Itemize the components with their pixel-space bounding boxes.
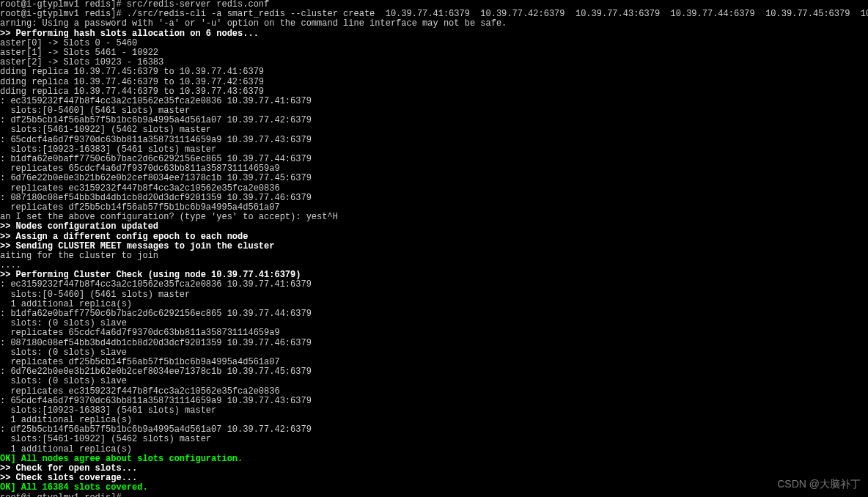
terminal-output[interactable]: root@i-gtyplmv1 redis]# src/redis-server…: [0, 0, 868, 497]
terminal-line: slots:[0-5460] (5461 slots) master: [0, 290, 868, 300]
watermark-text: CSDN @大脑补丁: [777, 479, 861, 490]
terminal-line: aiting for the cluster to join: [0, 251, 868, 261]
terminal-line: OK] All 16384 slots covered.: [0, 483, 868, 493]
terminal-line: : b1dfa62e0baff7750c6b7bac2d6c6292156ec8…: [0, 309, 868, 319]
terminal-line: : 087180c08ef54bb3bd4db1cb8d20d3dcf92013…: [0, 339, 868, 348]
terminal-line: aster[0] -> Slots 0 - 5460: [0, 39, 868, 48]
terminal-line: >> Assign a different config epoch to ea…: [0, 232, 868, 242]
terminal-line: : 087180c08ef54bb3bd4db1cb8d20d3dcf92013…: [0, 194, 868, 203]
terminal-line: : 65cdcf4a6d7f9370dc63bb811a358731114659…: [0, 397, 868, 406]
terminal-line: dding replica 10.39.77.44:6379 to 10.39.…: [0, 87, 868, 97]
terminal-line: >> Nodes configuration updated: [0, 222, 868, 232]
terminal-line: 1 additional replica(s): [0, 445, 868, 454]
terminal-line: >> Sending CLUSTER MEET messages to join…: [0, 242, 868, 251]
terminal-line: slots:[5461-10922] (5462 slots) master: [0, 435, 868, 444]
terminal-line: : ec3159232f447b8f4cc3a2c10562e35fca2e08…: [0, 280, 868, 290]
terminal-line: replicates 65cdcf4a6d7f9370dc63bb811a358…: [0, 328, 868, 338]
terminal-line: dding replica 10.39.77.45:6379 to 10.39.…: [0, 67, 868, 77]
terminal-line: : 65cdcf4a6d7f9370dc63bb811a358731114659…: [0, 136, 868, 145]
terminal-line: >> Performing hash slots allocation on 6…: [0, 29, 868, 39]
terminal-line: dding replica 10.39.77.46:6379 to 10.39.…: [0, 78, 868, 87]
terminal-line: replicates ec3159232f447b8f4cc3a2c10562e…: [0, 184, 868, 194]
terminal-line: replicates ec3159232f447b8f4cc3a2c10562e…: [0, 387, 868, 397]
terminal-line: slots:[5461-10922] (5462 slots) master: [0, 125, 868, 135]
terminal-line: root@i-gtyplmv1 redis]#: [0, 493, 868, 497]
terminal-line: slots: (0 slots) slave: [0, 377, 868, 386]
terminal-line: arning: Using a password with '-a' or '-…: [0, 19, 868, 29]
terminal-line: : 6d76e22b0e0e3b21b62e0b2cef8034ee71378c…: [0, 174, 868, 183]
terminal-line: : 6d76e22b0e0e3b21b62e0b2cef8034ee71378c…: [0, 367, 868, 377]
terminal-line: slots: (0 slots) slave: [0, 348, 868, 358]
